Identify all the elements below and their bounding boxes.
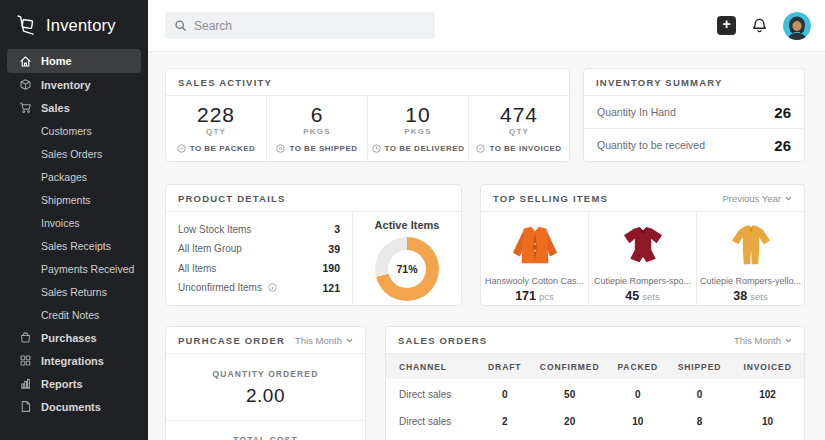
top-item-3[interactable]: Cutiepie Rompers-yello... 38sets bbox=[696, 212, 804, 305]
sales-orders-card: SALES ORDERS This Month CHANNEL DRAFT CO… bbox=[385, 326, 805, 440]
notifications-bell-icon[interactable] bbox=[751, 17, 768, 34]
metric-status: TO BE PACKED bbox=[190, 144, 256, 153]
top-item-1[interactable]: Hanswooly Cotton Cas... 171pcs bbox=[481, 212, 588, 305]
sidebar-item-label: Credit Notes bbox=[41, 309, 99, 321]
grid-icon bbox=[18, 354, 32, 368]
sidebar-item-label: Sales bbox=[41, 102, 70, 114]
app-logo[interactable]: Inventory bbox=[0, 0, 148, 49]
sidebar-item-sales-orders[interactable]: Sales Orders bbox=[0, 142, 148, 165]
app-title: Inventory bbox=[46, 16, 116, 35]
metric-to-be-shipped[interactable]: 6 PKGS TO BE SHIPPED bbox=[266, 96, 367, 161]
metric-status: TO BE SHIPPED bbox=[289, 144, 357, 153]
sidebar-item-label: Documents bbox=[41, 401, 101, 413]
detail-value: 3 bbox=[334, 223, 340, 235]
top-selling-items-card: TOP SELLING ITEMS Previous Year Hanswool… bbox=[480, 184, 805, 306]
metric-to-be-delivered[interactable]: 10 PKGS TO BE DELIVERED bbox=[367, 96, 468, 161]
inventory-summary-card: INVENTORY SUMMARY Quantity In Hand 26 Qu… bbox=[583, 68, 805, 162]
document-icon bbox=[18, 400, 32, 414]
top-item-2[interactable]: Cutiepie Rompers-spo... 45sets bbox=[588, 212, 696, 305]
sidebar-item-integrations[interactable]: Integrations bbox=[0, 349, 148, 372]
search-input[interactable] bbox=[194, 19, 426, 33]
product-unit: pcs bbox=[539, 291, 554, 302]
detail-label: Low Stock Items bbox=[178, 224, 251, 235]
table-row[interactable]: Direct sales 2 20 10 8 10 bbox=[386, 410, 804, 433]
product-name: Cutiepie Rompers-spo... bbox=[594, 276, 691, 286]
sidebar-item-label: Inventory bbox=[41, 79, 91, 91]
sidebar-item-label: Home bbox=[41, 55, 72, 67]
sidebar-item-home[interactable]: Home bbox=[7, 49, 141, 73]
search-icon bbox=[174, 19, 187, 32]
range-dropdown[interactable]: Previous Year bbox=[722, 193, 792, 204]
product-unit: sets bbox=[642, 291, 659, 302]
sidebar-item-packages[interactable]: Packages bbox=[0, 165, 148, 188]
detail-label: All Item Group bbox=[178, 243, 242, 254]
cart-icon bbox=[18, 101, 32, 115]
sidebar-item-label: Sales Receipts bbox=[41, 240, 111, 252]
sidebar-item-shipments[interactable]: Shipments bbox=[0, 188, 148, 211]
sidebar-item-sales[interactable]: Sales bbox=[0, 96, 148, 119]
box-icon bbox=[18, 78, 32, 92]
product-qty: 45 bbox=[625, 289, 639, 303]
sidebar-item-purchases[interactable]: Purchases bbox=[0, 326, 148, 349]
sales-orders-table: CHANNEL DRAFT CONFIRMED PACKED SHIPPED I… bbox=[386, 354, 804, 440]
column-header: DRAFT bbox=[478, 362, 532, 372]
sidebar-item-label: Invoices bbox=[41, 217, 80, 229]
sidebar-item-inventory[interactable]: Inventory bbox=[0, 73, 148, 96]
metric-value: 228 bbox=[197, 103, 235, 127]
topbar-actions: + bbox=[717, 12, 811, 40]
table-row[interactable]: Direct sales 0 50 0 0 102 bbox=[386, 383, 804, 406]
purchase-order-card: PURHCASE ORDER This Month QUANTITY ORDER… bbox=[165, 326, 366, 440]
column-header: CONFIRMED bbox=[532, 362, 608, 372]
quantity-ordered-value: 2.00 bbox=[246, 385, 285, 407]
summary-value: 26 bbox=[774, 104, 791, 121]
sidebar-item-credit-notes[interactable]: Credit Notes bbox=[0, 303, 148, 326]
card-title: SALES ACTIVITY bbox=[178, 77, 272, 88]
detail-row-all-items[interactable]: All Items 190 bbox=[178, 262, 340, 274]
status-circle-icon bbox=[276, 144, 285, 153]
add-button[interactable]: + bbox=[717, 16, 736, 35]
column-header: SHIPPED bbox=[668, 362, 731, 372]
detail-row-low-stock[interactable]: Low Stock Items 3 bbox=[178, 223, 340, 235]
footed-romper-product-image bbox=[722, 220, 780, 272]
search-box[interactable] bbox=[165, 12, 435, 39]
cell-confirmed: 20 bbox=[532, 416, 608, 427]
table-header-row: CHANNEL DRAFT CONFIRMED PACKED SHIPPED I… bbox=[386, 354, 804, 379]
range-dropdown[interactable]: This Month bbox=[734, 335, 792, 346]
sidebar-nav: Home Inventory Sales Customers Sales Ord… bbox=[0, 49, 148, 440]
user-avatar[interactable] bbox=[783, 12, 811, 40]
sales-activity-card: SALES ACTIVITY 228 QTY TO BE PACKED 6 PK… bbox=[165, 68, 570, 162]
detail-value: 121 bbox=[322, 282, 340, 294]
sidebar-item-customers[interactable]: Customers bbox=[0, 119, 148, 142]
detail-value: 190 bbox=[322, 262, 340, 274]
range-dropdown[interactable]: This Month bbox=[295, 335, 353, 346]
sidebar-item-payments-received[interactable]: Payments Received bbox=[0, 257, 148, 280]
product-details-card: PRODUCT DETAILS Low Stock Items 3 All It… bbox=[165, 184, 462, 306]
metric-status: TO BE INVOICED bbox=[489, 144, 561, 153]
metric-to-be-packed[interactable]: 228 QTY TO BE PACKED bbox=[166, 96, 266, 161]
card-title: PURHCASE ORDER bbox=[178, 335, 285, 346]
sidebar-item-documents[interactable]: Documents bbox=[0, 395, 148, 418]
total-cost-label: TOTAL COST bbox=[233, 435, 297, 440]
column-header: PACKED bbox=[608, 362, 668, 372]
sidebar-item-label: Shipments bbox=[41, 194, 91, 206]
metric-to-be-invoiced[interactable]: 474 QTY TO BE INVOICED bbox=[468, 96, 569, 161]
sidebar: Inventory Home Inventory Sales Customers… bbox=[0, 0, 148, 440]
sidebar-item-invoices[interactable]: Invoices bbox=[0, 211, 148, 234]
status-circle-icon bbox=[177, 144, 186, 153]
sidebar-item-sales-receipts[interactable]: Sales Receipts bbox=[0, 234, 148, 257]
metric-value: 6 bbox=[311, 103, 324, 127]
product-unit: sets bbox=[750, 291, 767, 302]
card-title: PRODUCT DETAILS bbox=[178, 193, 286, 204]
detail-row-unconfirmed[interactable]: Unconfirmed Items 121 bbox=[178, 282, 340, 294]
summary-label: Quantity In Hand bbox=[597, 106, 676, 118]
product-name: Hanswooly Cotton Cas... bbox=[485, 276, 584, 286]
sidebar-item-sales-returns[interactable]: Sales Returns bbox=[0, 280, 148, 303]
bar-chart-icon bbox=[18, 377, 32, 391]
summary-row[interactable]: Quantity In Hand 26 bbox=[584, 96, 804, 128]
detail-row-item-group[interactable]: All Item Group 39 bbox=[178, 243, 340, 255]
cell-shipped: 0 bbox=[668, 389, 731, 400]
sidebar-item-reports[interactable]: Reports bbox=[0, 372, 148, 395]
sidebar-item-label: Purchases bbox=[41, 332, 97, 344]
product-qty: 38 bbox=[733, 289, 747, 303]
summary-row[interactable]: Quantity to be received 26 bbox=[584, 128, 804, 161]
